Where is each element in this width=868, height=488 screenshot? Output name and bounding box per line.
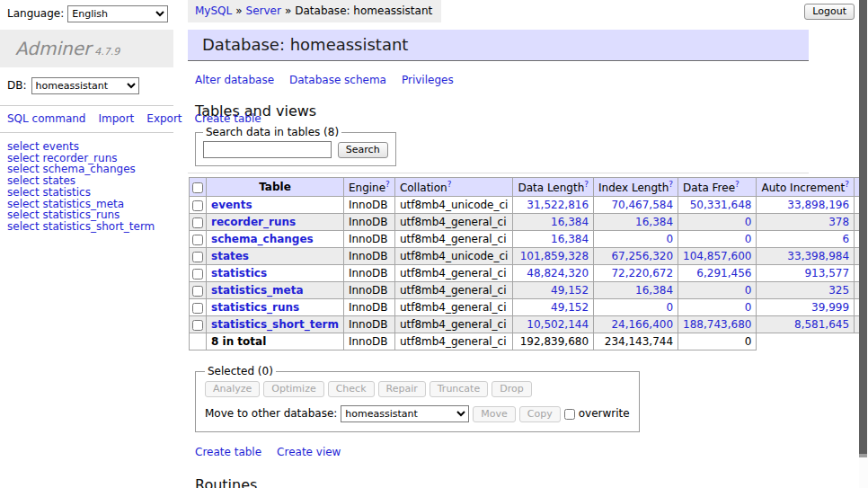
help-link[interactable]: ? bbox=[669, 180, 673, 189]
scrollbar-thumb[interactable] bbox=[859, 0, 867, 454]
row-checkbox[interactable] bbox=[192, 269, 203, 279]
help-link[interactable]: ? bbox=[735, 180, 740, 189]
create-table-link[interactable]: Create table bbox=[195, 446, 261, 458]
breadcrumb-separator: » bbox=[285, 4, 291, 17]
create-table-link-sidebar[interactable]: Create table bbox=[195, 112, 261, 125]
total-row: 8 in totalInnoDButf8mb4_general_ci192,83… bbox=[190, 333, 868, 350]
help-link[interactable]: ? bbox=[447, 180, 452, 189]
db-row: DB:homeassistant bbox=[7, 77, 173, 94]
row-checkbox[interactable] bbox=[192, 252, 203, 262]
breadcrumb-server-link[interactable]: Server bbox=[246, 4, 281, 17]
copy-button[interactable]: Copy bbox=[519, 406, 561, 422]
alter-database-link[interactable]: Alter database bbox=[195, 74, 274, 86]
table-name-link[interactable]: statistics_short_term bbox=[211, 318, 339, 331]
language-select[interactable]: English bbox=[67, 5, 168, 22]
analyze-button[interactable]: Analyze bbox=[205, 381, 260, 397]
table-name-cell: statistics_short_term bbox=[207, 316, 344, 333]
database-schema-link[interactable]: Database schema bbox=[289, 74, 386, 86]
search-input[interactable] bbox=[203, 141, 332, 158]
total-index-length-cell: 234,143,744 bbox=[594, 333, 678, 350]
sidebar-select-link[interactable]: select events bbox=[7, 141, 173, 153]
export-link[interactable]: Export bbox=[146, 112, 182, 125]
table-name-cell: events bbox=[207, 197, 344, 214]
overwrite-checkbox[interactable] bbox=[564, 409, 575, 420]
create-view-link[interactable]: Create view bbox=[277, 446, 341, 458]
index-length-cell: 24,166,400 bbox=[594, 316, 678, 333]
drop-button[interactable]: Drop bbox=[492, 381, 531, 397]
table-name-link[interactable]: schema_changes bbox=[211, 233, 314, 245]
table-name-link[interactable]: states bbox=[211, 250, 249, 262]
routines-heading: Routines bbox=[195, 476, 809, 488]
table-name-cell: statistics bbox=[207, 265, 344, 282]
row-checkbox-cell bbox=[190, 316, 207, 333]
move-to-database-label: Move to other database: bbox=[205, 407, 337, 420]
engine-cell: InnoDB bbox=[343, 214, 394, 231]
engine-cell: InnoDB bbox=[343, 231, 394, 248]
help-link[interactable]: ? bbox=[385, 180, 390, 189]
auto-increment-cell: 325 bbox=[757, 282, 855, 299]
move-button[interactable]: Move bbox=[473, 406, 516, 422]
collation-cell: utf8mb4_unicode_ci bbox=[394, 248, 513, 265]
app-version: 4.7.9 bbox=[94, 46, 120, 58]
data-length-cell: 10,502,144 bbox=[513, 316, 594, 333]
sidebar-select-link[interactable]: select states bbox=[7, 175, 173, 187]
search-button[interactable]: Search bbox=[338, 142, 388, 158]
auto-increment-cell: 8,581,645 bbox=[757, 316, 855, 333]
column-header-auto-increment: Auto Increment? bbox=[757, 178, 855, 197]
collation-cell: utf8mb4_general_ci bbox=[394, 265, 513, 282]
collation-cell: utf8mb4_general_ci bbox=[394, 214, 513, 231]
search-fieldset: Search data in tables (8) Search bbox=[195, 126, 396, 166]
logout-button[interactable]: Logout bbox=[804, 4, 855, 20]
total-data-length-cell: 192,839,680 bbox=[513, 333, 594, 350]
sidebar-select-link[interactable]: select statistics bbox=[7, 187, 173, 199]
db-select[interactable]: homeassistant bbox=[31, 77, 139, 94]
table-name-link[interactable]: events bbox=[211, 199, 252, 211]
table-header: TableEngine?Collation?Data Length?Index … bbox=[190, 178, 868, 197]
row-checkbox[interactable] bbox=[192, 235, 203, 245]
table-name-cell: states bbox=[207, 248, 344, 265]
sidebar-select-link[interactable]: select statistics_short_term bbox=[7, 221, 173, 233]
table-row: statisticsInnoDButf8mb4_general_ci48,824… bbox=[190, 265, 868, 282]
table-name-link[interactable]: statistics bbox=[211, 267, 267, 279]
data-length-cell: 16,384 bbox=[513, 214, 594, 231]
row-checkbox-cell bbox=[190, 248, 207, 265]
table-name-link[interactable]: recorder_runs bbox=[211, 216, 296, 228]
collation-cell: utf8mb4_general_ci bbox=[394, 316, 513, 333]
row-checkbox[interactable] bbox=[192, 286, 203, 297]
breadcrumb-current: Database: homeassistant bbox=[295, 4, 432, 17]
privileges-link[interactable]: Privileges bbox=[402, 74, 454, 86]
table-name-link[interactable]: statistics_meta bbox=[211, 284, 304, 297]
db-nav-links: Alter databaseDatabase schemaPrivileges bbox=[195, 74, 809, 86]
repair-button[interactable]: Repair bbox=[378, 381, 426, 397]
index-length-cell: 67,256,320 bbox=[594, 248, 678, 265]
move-database-select[interactable]: homeassistant bbox=[341, 405, 469, 422]
operation-buttons-row: AnalyzeOptimizeCheckRepairTruncateDrop bbox=[205, 381, 630, 397]
create-links-row: Create tableCreate view bbox=[195, 446, 809, 458]
db-label: DB: bbox=[7, 79, 27, 92]
vertical-scrollbar[interactable] bbox=[859, 0, 868, 488]
breadcrumb-mysql-link[interactable]: MySQL bbox=[195, 4, 232, 17]
row-checkbox[interactable] bbox=[192, 217, 203, 228]
row-checkbox-cell bbox=[190, 265, 207, 282]
total-collation-cell: utf8mb4_general_ci bbox=[394, 333, 513, 350]
select-all-checkbox[interactable] bbox=[192, 182, 203, 193]
sidebar: Language:English Adminer4.7.9 DB:homeass… bbox=[0, 0, 173, 233]
row-checkbox[interactable] bbox=[192, 303, 203, 314]
column-header-index-length: Index Length? bbox=[594, 178, 678, 197]
separator-line bbox=[188, 173, 809, 173]
data-length-cell: 48,824,320 bbox=[513, 265, 594, 282]
row-checkbox[interactable] bbox=[192, 320, 203, 331]
row-checkbox-cell bbox=[190, 214, 207, 231]
optimize-button[interactable]: Optimize bbox=[263, 381, 323, 397]
sql-command-link[interactable]: SQL command bbox=[7, 112, 85, 125]
language-row: Language:English bbox=[0, 0, 173, 22]
help-link[interactable]: ? bbox=[845, 180, 849, 189]
auto-increment-cell: 913,577 bbox=[757, 265, 855, 282]
truncate-button[interactable]: Truncate bbox=[430, 381, 488, 397]
check-button[interactable]: Check bbox=[328, 381, 375, 397]
engine-cell: InnoDB bbox=[343, 299, 394, 316]
help-link[interactable]: ? bbox=[584, 180, 589, 189]
import-link[interactable]: Import bbox=[98, 112, 134, 125]
table-name-link[interactable]: statistics_runs bbox=[211, 301, 299, 314]
row-checkbox[interactable] bbox=[192, 200, 203, 211]
